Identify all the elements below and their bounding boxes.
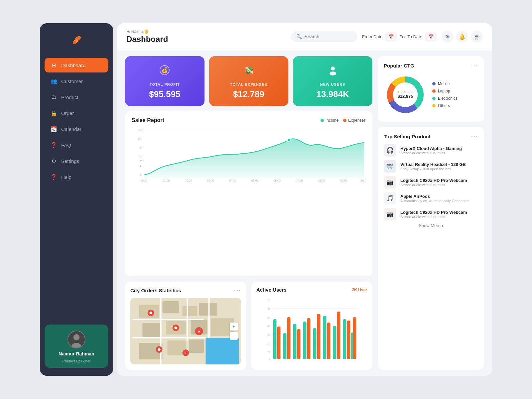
- svg-text:01:00: 01:00: [163, 179, 170, 182]
- user-menu-button[interactable]: ☕: [471, 31, 483, 43]
- sales-chart-header: Sales Report Income Expenses: [132, 117, 366, 123]
- header-title-area: Hi Naimur🖐 Dashboard: [126, 29, 168, 44]
- city-orders-header: City Orders Statistics ···: [130, 287, 241, 294]
- product-thumb-0: 🎧: [384, 144, 396, 157]
- expenses-label: TOTAL EXPENSES: [230, 82, 267, 86]
- svg-text:30: 30: [268, 333, 271, 336]
- sidebar-item-label: Calendar: [61, 126, 81, 132]
- svg-rect-87: [303, 322, 307, 359]
- svg-rect-43: [143, 323, 161, 338]
- svg-point-56: [150, 312, 152, 314]
- dashboard-body: 💰 TOTAL PROFIT $95.595 💸 TOTAL EXPENSES: [117, 50, 492, 376]
- sidebar-item-dashboard[interactable]: ⊞ Dashboard: [45, 58, 108, 72]
- bottom-row: City Orders Statistics ···: [125, 282, 372, 370]
- popular-ctg-more[interactable]: ···: [471, 62, 478, 69]
- sidebar-item-settings[interactable]: ⚙ Settings: [45, 154, 108, 168]
- to-date-input[interactable]: 📅: [425, 32, 437, 42]
- profile-role: Product Designer: [63, 359, 91, 363]
- theme-toggle-button[interactable]: ☀: [442, 31, 454, 43]
- product-name-3: Apple AirPods: [400, 194, 478, 199]
- header-controls: 🔍 From Date 📅 To To Date 📅 ☀ 🔔: [291, 31, 483, 43]
- product-desc-3: Automatically on, Automatically Connecte…: [400, 199, 478, 203]
- stat-card-users: NEW USERS 13.984K: [293, 56, 372, 106]
- svg-rect-81: [273, 319, 277, 359]
- svg-text:💸: 💸: [244, 66, 253, 75]
- svg-point-10: [331, 66, 335, 70]
- product-thumb-3: 🎵: [384, 192, 396, 204]
- svg-rect-42: [199, 303, 217, 316]
- search-icon: 🔍: [296, 34, 302, 39]
- laptop-dot: [432, 89, 436, 93]
- product-desc-2: Stereo audio with dual mics: [400, 183, 478, 187]
- list-item: 🎵 Apple AirPods Automatically on, Automa…: [384, 192, 478, 204]
- product-name-1: Virtual Reality Headset - 128 GB: [400, 162, 478, 167]
- sales-report-panel: Sales Report Income Expenses: [125, 111, 372, 276]
- map-svg: ★ ✈: [130, 298, 241, 364]
- from-date-input[interactable]: 📅: [385, 32, 397, 42]
- order-icon: 🔒: [51, 110, 57, 116]
- profit-icon: 💰: [159, 64, 171, 78]
- svg-rect-83: [283, 333, 287, 359]
- svg-point-58: [175, 327, 177, 329]
- expenses-value: $12.789: [233, 89, 264, 99]
- expenses-label: Expenses: [348, 118, 366, 123]
- income-label: Income: [326, 118, 338, 123]
- notifications-button[interactable]: 🔔: [456, 31, 468, 43]
- sales-chart-legend: Income Expenses: [321, 118, 366, 123]
- svg-text:08:00: 08:00: [318, 179, 325, 182]
- svg-text:💰: 💰: [161, 67, 168, 73]
- product-desc-1: Easy Setup - Just open the box: [400, 167, 478, 171]
- donut-legend: Mobile Laptop Electronics: [432, 81, 458, 108]
- sidebar-item-customer[interactable]: 👥 Customer: [45, 74, 108, 88]
- legend-mobile: Mobile: [432, 81, 458, 86]
- city-orders-more[interactable]: ···: [234, 287, 241, 294]
- search-input[interactable]: [305, 34, 352, 39]
- svg-text:✈: ✈: [185, 351, 187, 355]
- avatar: [67, 331, 85, 348]
- stat-cards-row: 💰 TOTAL PROFIT $95.595 💸 TOTAL EXPENSES: [125, 56, 372, 106]
- map-container: ★ ✈: [130, 298, 241, 364]
- top-selling-more[interactable]: ···: [471, 133, 478, 140]
- profile-name: Naimur Rahman: [59, 351, 94, 356]
- product-thumb-4: 📷: [384, 208, 396, 220]
- sidebar: ⊞ Dashboard 👥 Customer 🗂 Product 🔒 Order…: [40, 23, 113, 376]
- svg-point-62: [158, 348, 161, 351]
- svg-text:20: 20: [268, 342, 271, 345]
- others-label: Others: [438, 103, 450, 108]
- mobile-dot: [432, 82, 436, 85]
- header: Hi Naimur🖐 Dashboard 🔍 From Date 📅 To To…: [117, 23, 492, 50]
- svg-text:40: 40: [268, 325, 271, 328]
- svg-rect-89: [313, 328, 317, 359]
- svg-text:★: ★: [198, 330, 200, 333]
- search-box[interactable]: 🔍: [291, 31, 357, 42]
- sidebar-item-calendar[interactable]: 📅 Calendar: [45, 122, 108, 136]
- sidebar-item-product[interactable]: 🗂 Product: [45, 90, 108, 104]
- others-dot: [432, 104, 436, 107]
- sidebar-item-help[interactable]: ❓ Help: [45, 170, 108, 184]
- list-item: 🥽 Virtual Reality Headset - 128 GB Easy …: [384, 160, 478, 173]
- svg-text:02:00: 02:00: [185, 179, 192, 182]
- date-filter: From Date 📅 To To Date 📅: [362, 32, 437, 42]
- legend-electronics: Electronics: [432, 96, 458, 101]
- svg-point-5: [73, 334, 80, 340]
- map-zoom-out[interactable]: −: [230, 332, 238, 340]
- user-profile-card: Naimur Rahman Product Designer: [45, 325, 108, 368]
- svg-rect-88: [307, 318, 311, 359]
- show-more-label: Show More: [419, 223, 441, 228]
- show-more-button[interactable]: Show More ›: [384, 223, 478, 228]
- map-zoom-in[interactable]: +: [230, 323, 238, 331]
- sidebar-item-label: FAQ: [61, 142, 71, 148]
- svg-rect-95: [343, 319, 346, 359]
- to-date-label: To Date: [407, 34, 422, 39]
- sidebar-item-faq[interactable]: ❓ FAQ: [45, 138, 108, 152]
- sidebar-item-order[interactable]: 🔒 Order: [45, 106, 108, 120]
- product-desc-0: Stereo audio with dual mics: [400, 151, 478, 155]
- svg-rect-84: [287, 317, 291, 359]
- customer-icon: 👥: [51, 78, 57, 84]
- bar-chart-svg: 70 60 50 40 30 20 10 0: [256, 297, 367, 363]
- svg-text:06:00: 06:00: [274, 179, 281, 182]
- legend-others: Others: [432, 103, 458, 108]
- svg-rect-90: [317, 314, 321, 359]
- svg-text:10: 10: [268, 351, 271, 354]
- sidebar-item-label: Settings: [61, 158, 79, 164]
